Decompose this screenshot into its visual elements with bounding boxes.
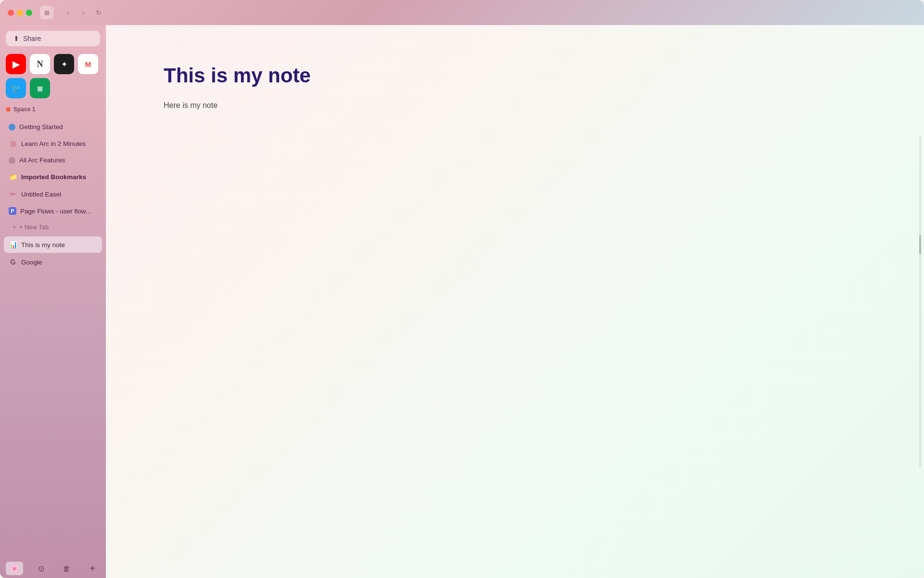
google-icon: G: [9, 258, 17, 266]
space-thumbnail-icon: 🌸: [10, 564, 19, 573]
space-dot-icon: [6, 107, 11, 112]
bottom-toolbar: 🌸 ⊙ 🗑 +: [0, 557, 106, 578]
pinned-sheets[interactable]: ▦: [30, 78, 50, 98]
sidebar-icon: ⊞: [44, 9, 50, 16]
nav-item-this-is-my-note[interactable]: 📊 This is my note: [4, 236, 102, 253]
pinned-figma[interactable]: ✦: [54, 54, 74, 74]
title-bar: ⊞ ‹ › ↻: [0, 0, 924, 25]
pinned-notion[interactable]: N: [30, 54, 50, 74]
content-inner: This is my note Here is my note: [106, 25, 539, 150]
bookmarks-icon: 📁: [9, 172, 17, 181]
pinned-youtube[interactable]: ▶: [6, 54, 26, 74]
nav-item-google[interactable]: G Google: [4, 254, 102, 270]
figma-icon: ✦: [61, 60, 67, 69]
gmail-icon: M: [85, 60, 91, 68]
new-tab-label: + New Tab: [19, 223, 49, 231]
google-label: Google: [21, 259, 42, 266]
nav-item-learn-arc[interactable]: ◎ Learn Arc in 2 Minutes: [4, 135, 102, 152]
trash-icon: 🗑: [63, 565, 70, 573]
note-tab-icon: 📊: [9, 240, 17, 249]
space-label-text: Space 1: [13, 106, 35, 113]
nav-item-imported-bookmarks[interactable]: 📁 Imported Bookmarks: [4, 169, 102, 185]
page-flows-label: Page Flows - user flow...: [20, 208, 91, 215]
close-button[interactable]: [8, 10, 14, 16]
sheets-icon: ▦: [37, 85, 43, 92]
pinned-gmail[interactable]: M: [78, 54, 98, 74]
scrollbar-track: [919, 136, 921, 468]
space-thumbnail[interactable]: 🌸: [6, 562, 23, 575]
nav-item-page-flows[interactable]: P Page Flows - user flow...: [4, 203, 102, 219]
youtube-icon: ▶: [13, 58, 20, 70]
learn-arc-label: Learn Arc in 2 Minutes: [21, 140, 86, 147]
page-flows-icon: P: [9, 207, 16, 215]
sidebar: ⬆ Share ▶ N ✦ M 🐦: [0, 25, 106, 578]
new-tab-button[interactable]: + + New Tab: [4, 220, 102, 235]
scrollbar-thumb[interactable]: [919, 235, 921, 254]
pinned-twitter[interactable]: 🐦: [6, 78, 26, 98]
sidebar-toggle-button[interactable]: ⊞: [40, 6, 53, 19]
add-button[interactable]: +: [85, 561, 100, 576]
nav-item-untitled-easel[interactable]: ✏ Untitled Easel: [4, 186, 102, 202]
nav-item-getting-started[interactable]: Getting Started: [4, 119, 102, 134]
archive-icon: ⊙: [38, 564, 44, 573]
back-button[interactable]: ‹: [61, 6, 75, 19]
easel-icon: ✏: [9, 190, 17, 198]
share-button[interactable]: ⬆ Share: [6, 31, 100, 46]
all-arc-label: All Arc Features: [19, 157, 65, 164]
forward-button[interactable]: ›: [77, 6, 90, 19]
space-label: Space 1: [6, 106, 100, 113]
this-is-my-note-label: This is my note: [21, 241, 65, 249]
share-icon: ⬆: [13, 35, 19, 42]
maximize-button[interactable]: [26, 10, 32, 16]
nav-items: Getting Started ◎ Learn Arc in 2 Minutes…: [0, 119, 106, 557]
minimize-button[interactable]: [17, 10, 23, 16]
imported-bookmarks-label: Imported Bookmarks: [21, 173, 86, 181]
plus-icon: +: [13, 223, 16, 231]
note-body: Here is my note: [164, 99, 481, 112]
twitter-icon: 🐦: [11, 83, 21, 93]
notion-icon: N: [37, 59, 43, 69]
add-icon: +: [90, 563, 95, 574]
share-label: Share: [23, 35, 41, 42]
traffic-lights: [8, 10, 32, 16]
learn-arc-icon: ◎: [9, 139, 17, 148]
untitled-easel-label: Untitled Easel: [21, 191, 61, 198]
nav-item-all-arc[interactable]: All Arc Features: [4, 153, 102, 168]
all-arc-icon: [9, 157, 15, 164]
trash-button[interactable]: 🗑: [59, 561, 75, 576]
space-section: Space 1: [0, 104, 106, 119]
archive-icon-button[interactable]: ⊙: [33, 561, 49, 576]
pinned-icons: ▶ N ✦ M 🐦 ▦: [0, 54, 106, 98]
content-area: This is my note Here is my note: [106, 25, 924, 578]
getting-started-icon: [9, 124, 15, 131]
nav-buttons: ‹ › ↻: [61, 6, 105, 19]
refresh-button[interactable]: ↻: [92, 6, 105, 19]
getting-started-label: Getting Started: [19, 123, 63, 131]
note-title: This is my note: [164, 64, 481, 88]
